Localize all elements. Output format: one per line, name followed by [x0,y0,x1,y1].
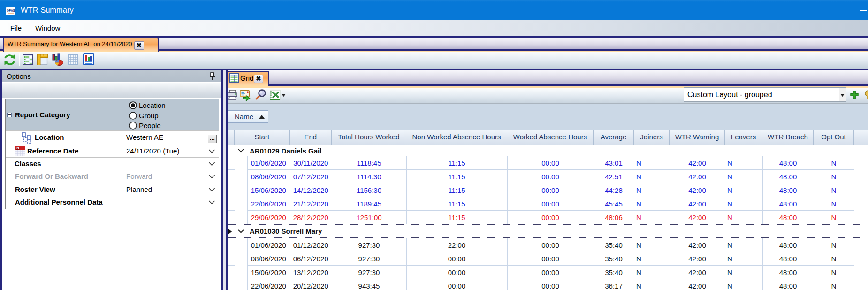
svg-text:OPAS: OPAS [7,9,15,12]
